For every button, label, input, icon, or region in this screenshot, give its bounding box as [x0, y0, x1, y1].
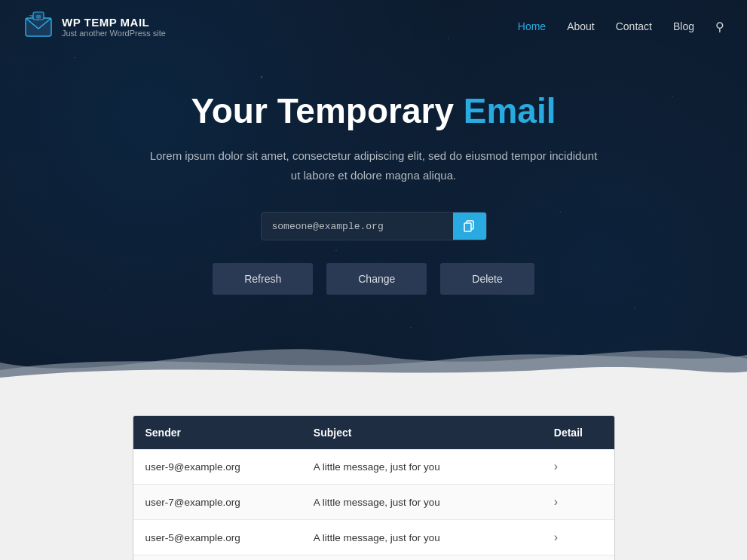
navbar: ✉ WP TEMP MAIL Just another WordPress si…	[0, 0, 747, 53]
brand-name: WP TEMP MAIL	[62, 16, 166, 29]
col-header-detail: Detail	[542, 416, 614, 449]
table-row[interactable]: user-7@example.org A little message, jus…	[133, 485, 614, 520]
cell-sender: user-3@example.org	[133, 555, 302, 561]
table-header-row: Sender Subject Detail	[133, 416, 614, 449]
hero-section: ✉ WP TEMP MAIL Just another WordPress si…	[0, 0, 747, 385]
inbox-table-body: user-9@example.org A little message, jus…	[133, 449, 614, 560]
action-buttons: Refresh Change Delete	[15, 263, 732, 295]
copy-icon	[464, 220, 476, 232]
table-row[interactable]: user-5@example.org A little message, jus…	[133, 520, 614, 555]
cell-subject: A little message, just for you	[302, 485, 542, 520]
col-header-sender: Sender	[133, 416, 302, 449]
cell-detail[interactable]: ›	[542, 520, 614, 555]
cell-subject: A little message, just for you	[302, 520, 542, 555]
cell-detail[interactable]: ›	[542, 555, 614, 561]
cell-subject: A little message, just for you	[302, 555, 542, 561]
inbox-table-wrap: Sender Subject Detail user-9@example.org…	[133, 415, 615, 560]
svg-rect-5	[464, 223, 471, 231]
table-row[interactable]: user-3@example.org A little message, jus…	[133, 555, 614, 561]
email-input[interactable]	[262, 213, 453, 240]
search-icon[interactable]: ⚲	[715, 20, 724, 33]
hero-title-accent: Email	[464, 91, 556, 130]
hero-title-static: Your Temporary	[191, 91, 454, 130]
brand: ✉ WP TEMP MAIL Just another WordPress si…	[23, 11, 166, 42]
cell-sender: user-7@example.org	[133, 485, 302, 520]
cell-subject: A little message, just for you	[302, 449, 542, 485]
email-input-wrap	[261, 212, 487, 240]
brand-logo: ✉	[23, 11, 54, 42]
table-row[interactable]: user-9@example.org A little message, jus…	[133, 449, 614, 485]
refresh-button[interactable]: Refresh	[213, 263, 313, 295]
hero-content: Your Temporary Email Lorem ipsum dolor s…	[0, 53, 747, 385]
nav-link-contact[interactable]: Contact	[616, 20, 652, 32]
col-header-subject: Subject	[302, 416, 542, 449]
inbox-table: Sender Subject Detail user-9@example.org…	[133, 416, 614, 560]
nav-link-blog[interactable]: Blog	[673, 20, 694, 32]
brand-tagline: Just another WordPress site	[62, 29, 166, 38]
hero-title: Your Temporary Email	[15, 90, 732, 131]
delete-button[interactable]: Delete	[440, 263, 534, 295]
change-button[interactable]: Change	[326, 263, 427, 295]
nav-links: Home About Contact Blog ⚲	[518, 20, 724, 34]
svg-text:✉: ✉	[36, 14, 41, 20]
email-row	[15, 212, 732, 240]
cell-sender: user-5@example.org	[133, 520, 302, 555]
cell-detail[interactable]: ›	[542, 449, 614, 485]
cell-sender: user-9@example.org	[133, 449, 302, 485]
inbox-table-header: Sender Subject Detail	[133, 416, 614, 449]
inbox-section: Sender Subject Detail user-9@example.org…	[0, 385, 747, 560]
hero-subtitle: Lorem ipsum dolor sit amet, consectetur …	[148, 146, 600, 185]
nav-link-home[interactable]: Home	[518, 20, 546, 32]
copy-email-button[interactable]	[453, 213, 486, 240]
nav-link-about[interactable]: About	[567, 20, 595, 32]
cell-detail[interactable]: ›	[542, 485, 614, 520]
